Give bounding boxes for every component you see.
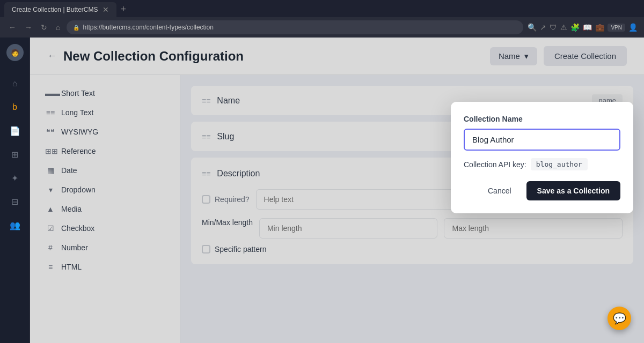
save-as-collection-button[interactable]: Save as a Collection [526, 181, 620, 200]
api-key-row: Collection API key: blog_author [464, 158, 620, 170]
sidebar-item-collections[interactable]: ⊞ [5, 145, 25, 164]
url-display: https://buttercms.com/content-types/coll… [83, 24, 213, 31]
sidebar-item-blog[interactable]: b [5, 98, 25, 117]
warning-icon[interactable]: ⚠ [560, 23, 567, 32]
forward-nav-button[interactable]: → [23, 21, 34, 34]
tab-close-icon[interactable]: ✕ [103, 5, 109, 14]
tab-title: Create Collection | ButterCMS [12, 6, 98, 13]
browser-toolbar: ← → ↻ ⌂ 🔒 https://buttercms.com/content-… [0, 17, 644, 38]
profile-icon[interactable]: 💼 [595, 23, 604, 32]
user-avatar[interactable]: 🧑 [6, 44, 24, 61]
browser-chrome: Create Collection | ButterCMS ✕ + ← → ↻ … [0, 0, 644, 38]
sidebar-item-pages[interactable]: 📄 [5, 121, 25, 140]
chat-bubble-button[interactable]: 💬 [608, 307, 631, 330]
shield-icon[interactable]: 🛡 [550, 23, 557, 32]
browser-tabs: Create Collection | ButterCMS ✕ + [0, 0, 644, 17]
browser-toolbar-icons: 🔍 ↗ 🛡 ⚠ 🧩 📖 💼 VPN 👤 [528, 23, 638, 32]
main-content: ← New Collection Configuration Name ▾ Cr… [30, 38, 644, 343]
extensions-icon[interactable]: 🧩 [570, 23, 580, 32]
address-bar[interactable]: 🔒 https://buttercms.com/content-types/co… [67, 20, 523, 34]
sidebar-item-home[interactable]: ⌂ [5, 74, 25, 93]
api-key-badge: blog_author [531, 158, 588, 170]
collection-name-modal-label: Collection Name [464, 115, 620, 123]
reader-icon[interactable]: 📖 [583, 23, 592, 32]
reload-button[interactable]: ↻ [39, 21, 49, 34]
sidebar-item-media[interactable]: ⊟ [5, 192, 25, 211]
app-layout: 🧑 ⌂ b 📄 ⊞ ✦ ⊟ 👥 ← New Collection Configu… [0, 38, 644, 343]
modal-actions: Cancel Save as a Collection [464, 181, 620, 200]
vpn-badge: VPN [608, 24, 625, 32]
sidebar-item-users[interactable]: 👥 [5, 215, 25, 235]
home-button[interactable]: ⌂ [54, 21, 62, 34]
app-sidebar: 🧑 ⌂ b 📄 ⊞ ✦ ⊟ 👥 [0, 38, 30, 343]
active-tab[interactable]: Create Collection | ButterCMS ✕ [4, 2, 116, 17]
back-nav-button[interactable]: ← [6, 21, 18, 34]
chat-icon: 💬 [613, 312, 626, 325]
search-icon[interactable]: 🔍 [528, 23, 537, 32]
browser-profile-avatar[interactable]: 👤 [628, 23, 638, 32]
collection-name-input[interactable] [464, 129, 620, 151]
api-key-label: Collection API key: [464, 160, 526, 169]
sidebar-item-monetize[interactable]: ✦ [5, 168, 25, 188]
lock-icon: 🔒 [73, 25, 79, 31]
share-icon[interactable]: ↗ [540, 23, 546, 32]
collection-name-modal: Collection Name Collection API key: blog… [451, 102, 633, 213]
new-tab-button[interactable]: + [116, 2, 131, 17]
cancel-button[interactable]: Cancel [479, 182, 520, 199]
